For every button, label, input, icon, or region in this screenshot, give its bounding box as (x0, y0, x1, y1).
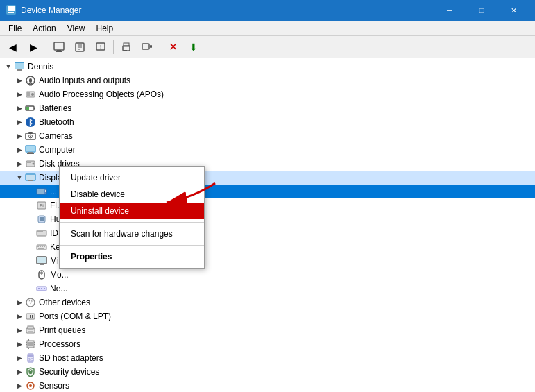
toolbar-separator-2 (113, 40, 114, 54)
ctx-properties[interactable]: Properties (60, 248, 204, 265)
maximize-button[interactable]: □ (466, 0, 498, 21)
svg-rect-27 (27, 92, 30, 96)
expander-audio[interactable]: ▶ (14, 75, 25, 86)
tree-item-cameras[interactable]: ▶ Cameras (0, 129, 535, 143)
menu-view[interactable]: View (62, 22, 91, 35)
icon-sensors (25, 380, 36, 391)
tree-label-cameras: Cameras (39, 131, 73, 141)
close-button[interactable]: ✕ (498, 0, 529, 21)
icon-dennis (14, 61, 25, 72)
expander-ne[interactable] (25, 283, 36, 294)
ctx-separator-2 (60, 245, 204, 246)
tree-label-bluetooth: Bluetooth (39, 117, 74, 127)
ctx-disable-device[interactable]: Disable device (60, 186, 204, 203)
menu-help[interactable]: Help (91, 22, 119, 35)
add-device-button[interactable]: ⬇ (184, 38, 203, 56)
ctx-update-driver[interactable]: Update driver (60, 169, 204, 186)
tree-item-securitydevices[interactable]: ▶ Security devices (0, 365, 535, 379)
expander-otherdevices[interactable]: ▶ (14, 297, 25, 308)
titlebar: Device Manager ─ □ ✕ (0, 0, 535, 21)
tree-item-printqueues[interactable]: ▶ Print queues (0, 323, 535, 337)
svg-rect-16 (142, 44, 149, 49)
svg-rect-88 (34, 342, 35, 343)
expander-processors[interactable]: ▶ (14, 339, 25, 350)
expander-apo[interactable]: ▶ (14, 89, 25, 100)
svg-point-43 (33, 163, 35, 165)
tree-item-processors[interactable]: ▶ Processors (0, 337, 535, 351)
scan-button[interactable] (137, 38, 157, 56)
tree-item-computer[interactable]: ▶ Computer (0, 143, 535, 157)
svg-rect-44 (27, 162, 31, 163)
icon-bluetooth: ᛒ (25, 117, 36, 128)
tree-item-dennis[interactable]: ▼ Dennis (0, 60, 535, 74)
ctx-uninstall-device[interactable]: Uninstall device (60, 203, 204, 219)
expander-batteries[interactable]: ▶ (14, 103, 25, 114)
remove-device-button[interactable]: ✕ (163, 38, 182, 56)
print-button[interactable] (117, 38, 136, 56)
expander-dennis[interactable]: ▼ (3, 61, 14, 72)
svg-rect-19 (15, 63, 24, 69)
tree-item-audio[interactable]: ▶ Audio inputs and outputs (0, 74, 535, 87)
expander-gpu1[interactable] (25, 186, 36, 197)
tree-item-ports[interactable]: ▶ Ports (COM & LPT) (0, 309, 535, 323)
svg-rect-87 (26, 344, 27, 345)
back-button[interactable]: ◀ (3, 38, 22, 56)
menu-action[interactable]: Action (27, 22, 61, 35)
tree-item-otherdevices[interactable]: ▶ ? Other devices (0, 296, 535, 309)
minimize-button[interactable]: ─ (434, 0, 466, 21)
tree-item-mo[interactable]: Mo... (0, 268, 535, 282)
expander-sdhostadapters[interactable]: ▶ (14, 352, 25, 364)
expander-diskdrives[interactable]: ▶ (14, 158, 25, 169)
tree-item-apo[interactable]: ▶ Audio Processing Objects (APOs) (0, 87, 535, 101)
window-controls: ─ □ ✕ (434, 0, 529, 21)
tree-label-otherdevices: Other devices (39, 298, 90, 307)
menu-file[interactable]: File (3, 22, 27, 35)
svg-rect-63 (38, 248, 44, 249)
svg-point-28 (31, 93, 34, 96)
svg-rect-41 (27, 153, 34, 154)
expander-securitydevices[interactable]: ▶ (14, 366, 25, 377)
svg-rect-20 (17, 69, 22, 71)
device-manager-button[interactable] (49, 38, 69, 56)
tree-item-batteries[interactable]: ▶ Batteries (0, 101, 535, 115)
tree-item-sdhostadapters[interactable]: ▶ SD SD host adapters (0, 351, 535, 365)
tree-item-ne[interactable]: Ne... (0, 282, 535, 296)
tree-label-apo: Audio Processing Objects (APOs) (39, 90, 164, 99)
main-area: ▼ Dennis ▶ Audio inputs and outputs ▶ Au… (0, 58, 535, 392)
svg-point-72 (41, 288, 42, 289)
svg-point-36 (30, 136, 31, 137)
forward-button[interactable]: ▶ (24, 38, 43, 56)
svg-rect-57 (37, 231, 43, 232)
context-menu: Update driver Disable device Uninstall d… (59, 166, 205, 269)
expander-fw[interactable] (25, 200, 36, 211)
svg-rect-90 (28, 339, 29, 341)
svg-rect-51 (45, 191, 46, 192)
expander-printqueues[interactable]: ▶ (14, 325, 25, 336)
icon-computer (25, 144, 36, 155)
svg-rect-62 (44, 246, 45, 247)
tree-item-bluetooth[interactable]: ▶ ᛒ Bluetooth (0, 115, 535, 129)
svg-rect-21 (16, 71, 23, 71)
svg-rect-91 (31, 339, 31, 341)
expander-mi[interactable] (25, 255, 36, 266)
expander-displayadaptors[interactable]: ▼ (14, 172, 25, 183)
tree-item-sensors[interactable]: ▶ Sensors (0, 379, 535, 392)
icon-audio (25, 75, 36, 86)
tree-label-securitydevices: Security devices (39, 367, 99, 377)
expander-ports[interactable]: ▶ (14, 311, 25, 322)
expander-ke[interactable] (25, 241, 36, 253)
icon-ports (25, 311, 36, 322)
update-driver-button[interactable]: ! (91, 38, 110, 56)
ctx-scan-hardware[interactable]: Scan for hardware changes (60, 225, 204, 242)
expander-hu[interactable] (25, 214, 36, 225)
expander-bluetooth[interactable]: ▶ (14, 117, 25, 128)
icon-fw: Fi (36, 200, 47, 211)
svg-rect-40 (28, 152, 33, 153)
expander-computer[interactable]: ▶ (14, 144, 25, 155)
expander-cameras[interactable]: ▶ (14, 130, 25, 142)
expander-ide[interactable] (25, 228, 36, 239)
properties-button[interactable] (70, 38, 90, 56)
expander-mo[interactable] (25, 269, 36, 280)
expander-sensors[interactable]: ▶ (14, 380, 25, 391)
svg-rect-59 (37, 246, 39, 247)
